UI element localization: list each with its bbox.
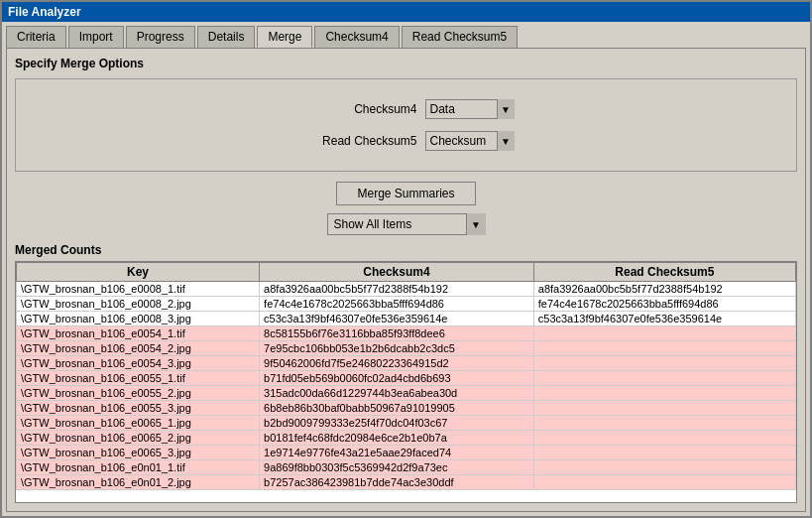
cell-key: \GTW_brosnan_b106_e0008_2.jpg bbox=[17, 297, 260, 312]
table-row: \GTW_brosnan_b106_e0065_3.jpg1e9714e9776… bbox=[17, 446, 796, 460]
show-items-wrapper: Show All Items Show Missing Items Show M… bbox=[327, 213, 486, 235]
cell-read-checksum5 bbox=[533, 416, 795, 431]
show-items-row: Show All Items Show Missing Items Show M… bbox=[15, 213, 797, 235]
merged-counts-title: Merged Counts bbox=[15, 243, 797, 257]
tab-progress[interactable]: Progress bbox=[126, 26, 195, 48]
cell-key: \GTW_brosnan_b106_e0054_3.jpg bbox=[17, 356, 260, 371]
cell-read-checksum5 bbox=[533, 431, 795, 446]
checksum4-select[interactable]: Data Checksum None bbox=[425, 99, 515, 119]
cell-key: \GTW_brosnan_b106_e0008_1.tif bbox=[17, 282, 260, 297]
cell-key: \GTW_brosnan_b106_e0065_1.jpg bbox=[17, 416, 260, 431]
table-row: \GTW_brosnan_b106_e0008_1.tifa8fa3926aa0… bbox=[17, 282, 796, 297]
tab-read-checksum5[interactable]: Read Checksum5 bbox=[402, 26, 518, 48]
cell-key: \GTW_brosnan_b106_e0n01_1.tif bbox=[17, 460, 260, 475]
cell-key: \GTW_brosnan_b106_e0055_2.jpg bbox=[17, 386, 260, 401]
cell-read-checksum5 bbox=[533, 326, 795, 341]
cell-read-checksum5 bbox=[533, 356, 795, 371]
table-row: \GTW_brosnan_b106_e0055_3.jpg6b8eb86b30b… bbox=[17, 401, 796, 416]
merged-counts-table: Key Checksum4 Read Checksum5 \GTW_brosna… bbox=[16, 262, 796, 490]
col-checksum4: Checksum4 bbox=[260, 263, 534, 282]
cell-read-checksum5 bbox=[533, 460, 795, 475]
read-checksum5-dropdown-wrapper: Checksum Data None ▼ bbox=[425, 131, 515, 151]
table-row: \GTW_brosnan_b106_e0n01_2.jpgb7257ac3864… bbox=[17, 475, 796, 490]
cell-read-checksum5 bbox=[533, 446, 795, 460]
tab-criteria[interactable]: Criteria bbox=[6, 26, 66, 48]
cell-checksum4: 8c58155b6f76e3116bba85f93ff8dee6 bbox=[260, 326, 534, 341]
cell-key: \GTW_brosnan_b106_e0054_2.jpg bbox=[17, 341, 260, 356]
cell-read-checksum5 bbox=[533, 341, 795, 356]
cell-key: \GTW_brosnan_b106_e0055_3.jpg bbox=[17, 401, 260, 416]
cell-read-checksum5 bbox=[533, 371, 795, 386]
cell-read-checksum5 bbox=[533, 401, 795, 416]
table-row: \GTW_brosnan_b106_e0065_2.jpgb0181fef4c6… bbox=[17, 431, 796, 446]
table-row: \GTW_brosnan_b106_e0n01_1.tif9a869f8bb03… bbox=[17, 460, 796, 475]
cell-checksum4: b7257ac386423981b7dde74ac3e30ddf bbox=[260, 475, 534, 490]
cell-checksum4: 9f50462006fd7f5e24680223364915d2 bbox=[260, 356, 534, 371]
cell-key: \GTW_brosnan_b106_e0n01_2.jpg bbox=[17, 475, 260, 490]
checksum4-dropdown-wrapper: Data Checksum None ▼ bbox=[425, 99, 515, 119]
cell-key: \GTW_brosnan_b106_e0065_2.jpg bbox=[17, 431, 260, 446]
checksum4-label: Checksum4 bbox=[298, 102, 417, 116]
tab-merge[interactable]: Merge bbox=[257, 26, 312, 48]
cell-read-checksum5: a8fa3926aa00bc5b5f77d2388f54b192 bbox=[533, 282, 795, 297]
table-row: \GTW_brosnan_b106_e0008_3.jpgc53c3a13f9b… bbox=[17, 312, 796, 326]
cell-checksum4: 6b8eb86b30baf0babb50967a91019905 bbox=[260, 401, 534, 416]
merged-counts-section: Merged Counts Key Checksum4 Read Checksu… bbox=[15, 243, 797, 503]
cell-key: \GTW_brosnan_b106_e0055_1.tif bbox=[17, 371, 260, 386]
options-area: Checksum4 Data Checksum None ▼ Read Chec… bbox=[15, 78, 797, 172]
cell-read-checksum5 bbox=[533, 475, 795, 490]
title-bar: File Analyzer bbox=[2, 2, 810, 22]
checksum4-row: Checksum4 Data Checksum None ▼ bbox=[298, 99, 515, 119]
cell-checksum4: b2bd9009799333e25f4f70dc04f03c67 bbox=[260, 416, 534, 431]
merge-summaries-button[interactable]: Merge Summaries bbox=[336, 182, 475, 205]
main-window: File Analyzer Criteria Import Progress D… bbox=[0, 0, 812, 518]
tabs-bar: Criteria Import Progress Details Merge C… bbox=[2, 22, 810, 48]
cell-checksum4: a8fa3926aa00bc5b5f77d2388f54b192 bbox=[260, 282, 534, 297]
table-row: \GTW_brosnan_b106_e0054_3.jpg9f50462006f… bbox=[17, 356, 796, 371]
table-row: \GTW_brosnan_b106_e0054_2.jpg7e95cbc106b… bbox=[17, 341, 796, 356]
table-row: \GTW_brosnan_b106_e0055_1.tifb71fd05eb56… bbox=[17, 371, 796, 386]
cell-key: \GTW_brosnan_b106_e0065_3.jpg bbox=[17, 446, 260, 460]
tab-import[interactable]: Import bbox=[68, 26, 124, 48]
tab-details[interactable]: Details bbox=[197, 26, 256, 48]
read-checksum5-label: Read Checksum5 bbox=[298, 134, 417, 148]
cell-checksum4: fe74c4e1678c2025663bba5fff694d86 bbox=[260, 297, 534, 312]
tab-checksum4[interactable]: Checksum4 bbox=[314, 26, 399, 48]
cell-read-checksum5 bbox=[533, 386, 795, 401]
col-key: Key bbox=[17, 263, 260, 282]
show-items-select[interactable]: Show All Items Show Missing Items Show M… bbox=[327, 213, 486, 235]
col-read-checksum5: Read Checksum5 bbox=[533, 263, 795, 282]
cell-checksum4: 9a869f8bb0303f5c5369942d2f9a73ec bbox=[260, 460, 534, 475]
cell-checksum4: c53c3a13f9bf46307e0fe536e359614e bbox=[260, 312, 534, 326]
cell-checksum4: b0181fef4c68fdc20984e6ce2b1e0b7a bbox=[260, 431, 534, 446]
read-checksum5-row: Read Checksum5 Checksum Data None ▼ bbox=[298, 131, 515, 151]
cell-key: \GTW_brosnan_b106_e0008_3.jpg bbox=[17, 312, 260, 326]
cell-read-checksum5: c53c3a13f9bf46307e0fe536e359614e bbox=[533, 312, 795, 326]
buttons-row: Merge Summaries bbox=[15, 182, 797, 205]
table-row: \GTW_brosnan_b106_e0055_2.jpg315adc00da6… bbox=[17, 386, 796, 401]
content-area: Specify Merge Options Checksum4 Data Che… bbox=[6, 48, 806, 512]
table-row: \GTW_brosnan_b106_e0054_1.tif8c58155b6f7… bbox=[17, 326, 796, 341]
cell-read-checksum5: fe74c4e1678c2025663bba5fff694d86 bbox=[533, 297, 795, 312]
cell-key: \GTW_brosnan_b106_e0054_1.tif bbox=[17, 326, 260, 341]
table-header-row: Key Checksum4 Read Checksum5 bbox=[17, 263, 796, 282]
cell-checksum4: 315adc00da66d1229744b3ea6abea30d bbox=[260, 386, 534, 401]
cell-checksum4: 1e9714e9776fe43a21e5aae29faced74 bbox=[260, 446, 534, 460]
table-row: \GTW_brosnan_b106_e0008_2.jpgfe74c4e1678… bbox=[17, 297, 796, 312]
cell-checksum4: 7e95cbc106bb053e1b2b6dcabb2c3dc5 bbox=[260, 341, 534, 356]
table-row: \GTW_brosnan_b106_e0065_1.jpgb2bd9009799… bbox=[17, 416, 796, 431]
table-body: \GTW_brosnan_b106_e0008_1.tifa8fa3926aa0… bbox=[17, 282, 796, 490]
read-checksum5-select[interactable]: Checksum Data None bbox=[425, 131, 515, 151]
window-title: File Analyzer bbox=[8, 5, 81, 19]
merged-counts-table-wrapper[interactable]: Key Checksum4 Read Checksum5 \GTW_brosna… bbox=[15, 261, 797, 503]
section-label: Specify Merge Options bbox=[15, 57, 797, 70]
cell-checksum4: b71fd05eb569b0060fc02ad4cbd6b693 bbox=[260, 371, 534, 386]
